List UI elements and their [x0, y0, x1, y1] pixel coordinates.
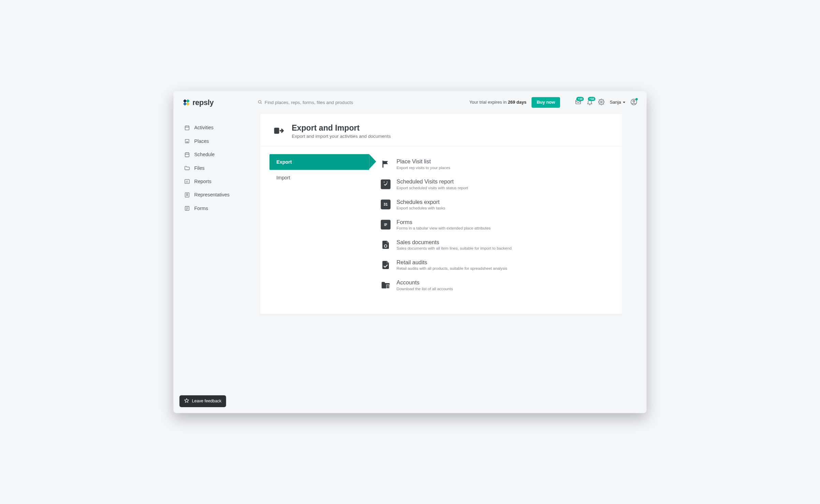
search[interactable]: [258, 100, 362, 105]
svg-rect-10: [185, 126, 189, 130]
buy-now-button[interactable]: Buy now: [531, 97, 560, 108]
export-schedules-export[interactable]: 31 Schedules export Export schedules wit…: [381, 194, 613, 214]
chevron-down-icon: [623, 102, 625, 103]
logo-icon: [182, 98, 190, 106]
user-name: Sanja: [610, 100, 621, 105]
panel-body: Export Import Place Visit list Export re…: [260, 146, 622, 314]
chart-icon: [184, 178, 190, 184]
svg-rect-1: [186, 102, 190, 106]
page-title: Export and Import: [292, 123, 391, 133]
panel-header: Export and Import Export and import your…: [260, 114, 622, 146]
calendar-date-icon: 31: [381, 199, 391, 209]
export-item-title: Place Visit list: [397, 158, 450, 165]
export-forms[interactable]: Forms Forms in a tabular view with exten…: [381, 215, 613, 235]
logo[interactable]: repsly: [182, 98, 214, 107]
svg-rect-11: [185, 153, 189, 157]
presence-dot: [635, 98, 638, 100]
trial-days: 269 days: [508, 100, 527, 105]
export-item-desc: Export schedules with tasks: [397, 206, 445, 211]
sidebar-item-schedule[interactable]: Schedule: [182, 148, 249, 161]
export-item-desc: Export rep visits to your places: [397, 165, 450, 170]
sidebar-item-activities[interactable]: Activities: [182, 121, 249, 134]
sidebar-item-forms[interactable]: Forms: [182, 202, 249, 215]
sidebar-item-label: Activities: [194, 125, 214, 130]
sidebar-item-label: Forms: [194, 206, 208, 211]
star-icon: [184, 398, 189, 404]
search-input[interactable]: [265, 100, 362, 105]
svg-rect-16: [274, 128, 279, 134]
calendar-icon: [184, 152, 190, 158]
sidebar-item-reports[interactable]: Reports: [182, 175, 249, 188]
export-item-title: Retail audits: [397, 259, 507, 266]
svg-rect-17: [386, 285, 389, 288]
export-place-visit-list[interactable]: Place Visit list Export rep visits to yo…: [381, 154, 613, 174]
document-box-icon: [381, 240, 391, 250]
bell-icon[interactable]: +10: [587, 99, 593, 106]
folder-building-icon: [381, 280, 391, 290]
calendar-check-icon: [381, 179, 391, 189]
export-item-desc: Export scheduled visits with status repo…: [397, 186, 468, 191]
main-layout: Activities Places Schedule Files Reports…: [173, 114, 646, 322]
trial-notice: Your trial expires in 269 days: [469, 100, 527, 105]
store-icon: [184, 138, 190, 144]
tab-export[interactable]: Export: [269, 154, 369, 170]
inbox-badge: +10: [576, 97, 584, 101]
document-check-icon: [381, 260, 391, 270]
export-item-title: Scheduled Visits report: [397, 178, 468, 185]
topbar: repsly Your trial expires in 269 days Bu…: [173, 91, 646, 114]
export-item-title: Accounts: [397, 279, 453, 286]
inbox-icon[interactable]: +10: [575, 99, 582, 106]
search-icon: [258, 100, 262, 105]
export-item-title: Schedules export: [397, 199, 445, 205]
export-item-desc: Retail audits with all products, suitabl…: [397, 266, 507, 271]
form-icon: [184, 205, 190, 211]
sidebar-item-label: Reports: [194, 179, 211, 184]
topbar-right: Your trial expires in 269 days Buy now +…: [469, 97, 637, 108]
bell-badge: +10: [588, 97, 596, 101]
export-scheduled-visits-report[interactable]: Scheduled Visits report Export scheduled…: [381, 174, 613, 194]
export-sales-documents[interactable]: Sales documents Sales documents with all…: [381, 235, 613, 255]
export-item-desc: Sales documents with all item lines, sui…: [397, 246, 512, 251]
avatar-icon[interactable]: [630, 99, 637, 106]
main-panel: Export and Import Export and import your…: [260, 114, 622, 314]
feedback-label: Leave feedback: [192, 399, 221, 403]
sidebar-item-representatives[interactable]: Representatives: [182, 188, 249, 202]
page-subtitle: Export and import your activities and do…: [292, 134, 391, 139]
clipboard-list-icon: [381, 220, 391, 229]
sidebar-item-label: Files: [194, 165, 205, 171]
export-import-icon: [273, 125, 285, 138]
folder-icon: [184, 165, 190, 171]
sidebar-item-label: Schedule: [194, 152, 215, 157]
export-item-desc: Download the list of all accounts: [397, 286, 453, 291]
export-item-desc: Forms in a tabular view with extended pl…: [397, 226, 491, 231]
trial-prefix: Your trial expires in: [469, 100, 508, 105]
sidebar-item-label: Places: [194, 138, 209, 144]
svg-rect-3: [183, 99, 187, 103]
svg-line-5: [261, 103, 262, 104]
tab-import[interactable]: Import: [269, 170, 369, 186]
export-item-title: Sales documents: [397, 239, 512, 246]
svg-rect-0: [186, 99, 190, 103]
sidebar-item-places[interactable]: Places: [182, 134, 249, 148]
tabs: Export Import: [269, 154, 369, 295]
svg-point-4: [259, 101, 261, 103]
export-retail-audits[interactable]: Retail audits Retail audits with all pro…: [381, 255, 613, 275]
export-item-title: Forms: [397, 219, 491, 225]
leave-feedback-button[interactable]: Leave feedback: [179, 395, 226, 407]
sidebar-item-files[interactable]: Files: [182, 161, 249, 175]
svg-point-14: [187, 194, 188, 195]
svg-rect-2: [183, 102, 187, 106]
app-window: repsly Your trial expires in 269 days Bu…: [173, 91, 646, 413]
sidebar: Activities Places Schedule Files Reports…: [182, 114, 249, 314]
export-accounts[interactable]: Accounts Download the list of all accoun…: [381, 275, 613, 295]
flag-icon: [381, 159, 391, 169]
activities-icon: [184, 125, 190, 131]
sidebar-item-label: Representatives: [194, 192, 230, 198]
gear-icon[interactable]: [598, 99, 605, 106]
user-icon: [184, 192, 190, 198]
user-menu[interactable]: Sanja: [610, 100, 625, 105]
logo-text: repsly: [192, 98, 214, 107]
svg-point-9: [633, 100, 635, 102]
svg-point-7: [601, 101, 602, 103]
export-list: Place Visit list Export rep visits to yo…: [371, 154, 613, 295]
